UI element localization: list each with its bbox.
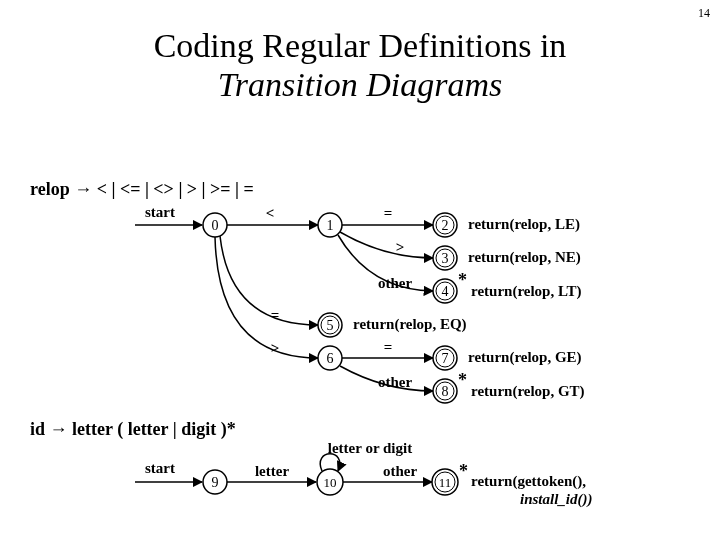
edge-6-7-label: = xyxy=(384,339,393,355)
return-2: return(relop, LE) xyxy=(468,216,580,233)
edge-1-3 xyxy=(340,232,433,258)
state-3-label: 3 xyxy=(442,251,449,266)
return-11-line2: install_id()) xyxy=(520,491,593,508)
return-3: return(relop, NE) xyxy=(468,249,581,266)
state-8-label: 8 xyxy=(442,384,449,399)
edge-0-1-label: < xyxy=(266,205,275,221)
edge-9-10-label: letter xyxy=(255,463,289,479)
start-label-bottom: start xyxy=(145,460,175,476)
state-10-label: 10 xyxy=(324,475,337,490)
state-11-star: * xyxy=(459,461,468,481)
edge-1-2-label: = xyxy=(384,205,393,221)
id-definition: id → letter ( letter | digit )* xyxy=(30,419,236,440)
state-7-label: 7 xyxy=(442,351,449,366)
return-11-line1: return(gettoken(), xyxy=(471,473,586,490)
state-4-star: * xyxy=(458,270,467,290)
edge-10-11-label: other xyxy=(383,463,417,479)
return-8: return(relop, GT) xyxy=(471,383,585,400)
state-1-label: 1 xyxy=(327,218,334,233)
state-6-label: 6 xyxy=(327,351,334,366)
return-4: return(relop, LT) xyxy=(471,283,582,300)
return-5: return(relop, EQ) xyxy=(353,316,467,333)
edge-0-5 xyxy=(220,236,318,325)
state-5-label: 5 xyxy=(327,318,334,333)
edge-0-6 xyxy=(215,237,318,358)
edge-1-4-label: other xyxy=(378,275,412,291)
edge-10-loop-label: letter or digit xyxy=(328,440,412,456)
relop-definition: relop → < | <= | <> | > | >= | = xyxy=(30,179,254,199)
state-4-label: 4 xyxy=(442,284,449,299)
state-2-label: 2 xyxy=(442,218,449,233)
edge-0-6-label: > xyxy=(271,340,280,356)
edge-0-5-label: = xyxy=(271,307,280,323)
return-7: return(relop, GE) xyxy=(468,349,582,366)
diagram: relop → < | <= | <> | > | >= | = start 0… xyxy=(0,0,720,540)
state-0-label: 0 xyxy=(212,218,219,233)
edge-1-3-label: > xyxy=(396,239,405,255)
start-label-top: start xyxy=(145,204,175,220)
state-8-star: * xyxy=(458,370,467,390)
state-9-label: 9 xyxy=(212,475,219,490)
edge-6-8-label: other xyxy=(378,374,412,390)
state-11-label: 11 xyxy=(439,475,452,490)
